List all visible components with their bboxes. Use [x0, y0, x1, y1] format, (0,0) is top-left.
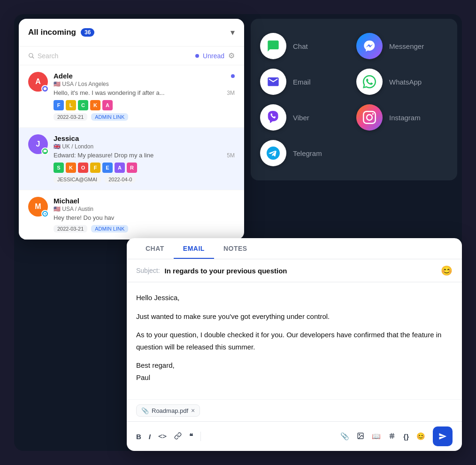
tag-E: E: [102, 163, 113, 173]
instagram-icon: [356, 104, 383, 131]
conv-location-michael: 🇺🇸 USA / Austin: [54, 206, 235, 212]
compose-panel: CHAT EMAIL NOTES Subject: In regards to …: [127, 238, 462, 451]
tag-A2: A: [115, 163, 125, 173]
email-icon: [260, 69, 286, 95]
meta-email-jessica: JESSICA@GMAI: [54, 176, 101, 183]
conv-preview-jessica: Edward: My pleasure! Drop my a line 5M: [54, 152, 235, 159]
conv-name-michael: Michael: [54, 197, 79, 205]
channel-label-email: Email: [293, 78, 311, 86]
toolbar-divider: [200, 432, 201, 441]
svg-line-5: [393, 433, 393, 439]
channel-item-instagram[interactable]: Instagram: [356, 104, 448, 131]
chevron-down-icon[interactable]: ▾: [230, 27, 235, 38]
conversation-body-adele: Adele 🇺🇸 USA / Los Angeles Hello, it's m…: [54, 72, 235, 121]
emoji-toolbar-button[interactable]: 😊: [416, 432, 425, 441]
conversation-michael[interactable]: M Michael 🇺🇸 USA / Austin Hey there! Do …: [19, 190, 244, 240]
braces-button[interactable]: {}: [403, 433, 409, 441]
compose-tabs: CHAT EMAIL NOTES: [127, 238, 462, 259]
inbox-search-row: Search Unread ⚙: [19, 46, 244, 65]
channel-label-chat: Chat: [293, 42, 308, 50]
channel-item-email[interactable]: Email: [260, 69, 352, 95]
channel-item-messenger[interactable]: Messenger: [356, 33, 448, 59]
whatsapp-icon: [356, 69, 383, 95]
channel-label-whatsapp: WhatsApp: [389, 78, 422, 86]
tags-row-jessica: S K O F E A R: [54, 163, 235, 173]
body-line-1: Hello Jessica,: [136, 292, 453, 304]
italic-button[interactable]: I: [149, 433, 151, 441]
inbox-title-area[interactable]: All incoming 36: [28, 28, 94, 37]
conv-location-adele: 🇺🇸 USA / Los Angeles: [54, 81, 235, 87]
hash-button[interactable]: [388, 432, 396, 441]
attachment-row: 📎 Roadmap.pdf ×: [127, 399, 462, 421]
search-icon: [28, 53, 35, 59]
body-line-3: As to your question, I double checked it…: [136, 329, 453, 353]
attachment-pill: 📎 Roadmap.pdf ×: [136, 404, 200, 417]
channel-label-instagram: Instagram: [389, 114, 421, 122]
image-button[interactable]: [357, 432, 364, 441]
tags-row-adele: F L C K A: [54, 100, 235, 110]
inbox-panel: All incoming 36 ▾ Search Unread ⚙ A: [19, 19, 244, 240]
tab-chat[interactable]: CHAT: [136, 238, 174, 259]
inbox-header: All incoming 36 ▾: [19, 19, 244, 46]
body-line-2: Just wanted to make sure you've got ever…: [136, 310, 453, 323]
emoji-button-subject[interactable]: 😊: [441, 265, 453, 276]
tag-F: F: [90, 163, 100, 173]
tab-email[interactable]: EMAIL: [174, 238, 214, 259]
telegram-icon: [260, 140, 286, 166]
conv-preview-adele: Hello, it's me. I was wondering if after…: [54, 89, 235, 96]
conversation-adele[interactable]: A Adele 🇺🇸 USA / Los Angeles Hello, it's…: [19, 65, 244, 128]
conv-preview-michael: Hey there! Do you hav: [54, 214, 235, 221]
gear-icon[interactable]: ⚙: [228, 51, 235, 60]
bold-button[interactable]: B: [136, 433, 141, 441]
unread-indicator-adele: [231, 74, 235, 78]
conversation-jessica[interactable]: J Jessica 🇬🇧 UK / London Edward: My plea…: [19, 128, 244, 190]
attachment-remove-button[interactable]: ×: [191, 407, 195, 414]
meta-link-adele[interactable]: ADMIN LINK: [91, 113, 128, 121]
link-button[interactable]: [174, 432, 182, 441]
conversation-body-jessica: Jessica 🇬🇧 UK / London Edward: My pleasu…: [54, 134, 235, 183]
conv-name-adele: Adele: [54, 72, 73, 80]
tag-F: F: [54, 100, 64, 110]
unread-dot: [195, 54, 199, 58]
tag-L: L: [66, 100, 76, 110]
meta-row-jessica: JESSICA@GMAI 2022-04-0: [54, 176, 235, 183]
tab-notes[interactable]: NOTES: [214, 238, 257, 259]
meta-date-michael: 2022-03-21: [54, 225, 87, 232]
messenger-icon: [356, 33, 383, 59]
subject-label: Subject:: [136, 267, 160, 274]
svg-point-1: [359, 434, 360, 435]
meta-date-jessica: 2022-04-0: [105, 176, 136, 183]
meta-link-michael[interactable]: ADMIN LINK: [91, 225, 128, 232]
channel-item-telegram[interactable]: Telegram: [260, 140, 352, 166]
send-button[interactable]: [433, 426, 453, 446]
conversation-body-michael: Michael 🇺🇸 USA / Austin Hey there! Do yo…: [54, 197, 235, 232]
avatar-adele: A: [28, 72, 48, 92]
attach-button[interactable]: 📎: [340, 432, 349, 441]
channel-label-telegram: Telegram: [293, 149, 322, 157]
inbox-count-badge: 36: [81, 28, 94, 37]
subject-value[interactable]: In regards to your previous question: [165, 267, 436, 275]
attachment-icon: 📎: [141, 407, 149, 414]
attachment-name: Roadmap.pdf: [152, 407, 188, 414]
channel-item-viber[interactable]: Viber: [260, 104, 352, 131]
meta-date-adele: 2022-03-21: [54, 113, 87, 121]
compose-body[interactable]: Hello Jessica, Just wanted to make sure …: [127, 282, 462, 399]
tag-C: C: [78, 100, 88, 110]
viber-icon: [260, 104, 286, 131]
tag-K: K: [66, 163, 76, 173]
body-line-4: Best regard,Paul: [136, 359, 453, 383]
compose-subject-row: Subject: In regards to your previous que…: [127, 259, 462, 282]
book-button[interactable]: 📖: [372, 432, 381, 441]
channel-item-chat[interactable]: Chat: [260, 33, 352, 59]
meta-row-adele: 2022-03-21 ADMIN LINK: [54, 113, 235, 121]
conv-location-jessica: 🇬🇧 UK / London: [54, 143, 235, 150]
tag-R: R: [127, 163, 137, 173]
unread-label[interactable]: Unread: [203, 52, 224, 60]
search-input-wrap[interactable]: Search: [28, 52, 192, 60]
quote-button[interactable]: ❝: [189, 432, 193, 441]
channel-item-whatsapp[interactable]: WhatsApp: [356, 69, 448, 95]
tag-O: O: [78, 163, 88, 173]
svg-line-4: [391, 433, 392, 439]
meta-row-michael: 2022-03-21 ADMIN LINK: [54, 225, 235, 232]
code-button[interactable]: <>: [158, 432, 167, 441]
